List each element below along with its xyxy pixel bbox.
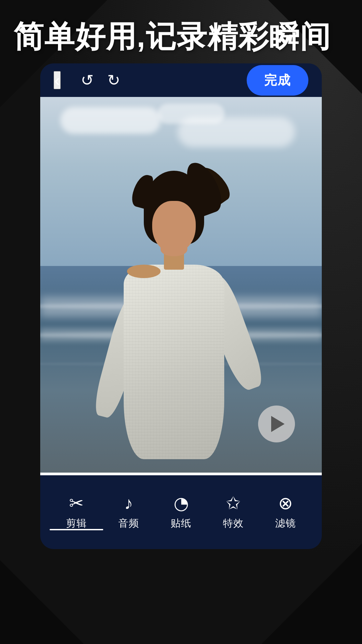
bottom-toolbar: ✂ 剪辑 ♪ 音频 ◔ 贴纸 ✩ 特效 ⊗ 滤镜 <box>40 475 322 549</box>
cloud-1 <box>60 107 161 134</box>
cut-icon: ✂ <box>69 494 84 512</box>
audio-label: 音频 <box>118 517 139 530</box>
redo-button[interactable]: ↻ <box>107 72 120 88</box>
timeline-bar <box>40 473 322 475</box>
tool-filter[interactable]: ⊗ 滤镜 <box>259 494 312 530</box>
knit-dress <box>124 265 224 459</box>
active-indicator <box>50 529 103 530</box>
main-headline: 简单好用,记录精彩瞬间 <box>13 20 349 53</box>
title-section: 简单好用,记录精彩瞬间 <box>0 0 362 63</box>
tool-audio[interactable]: ♪ 音频 <box>103 494 155 530</box>
filter-label: 滤镜 <box>275 517 296 530</box>
hair-wisp-3 <box>130 172 155 209</box>
sticker-icon: ◔ <box>174 494 189 512</box>
tool-sticker[interactable]: ◔ 贴纸 <box>155 494 207 530</box>
tool-cut[interactable]: ✂ 剪辑 <box>50 494 103 530</box>
nav-icons-group: ↺ ↻ <box>81 72 120 88</box>
bottom-spacer <box>0 549 362 576</box>
shoulder-skin <box>127 265 161 278</box>
cut-label: 剪辑 <box>66 517 87 530</box>
video-scene <box>40 97 322 473</box>
nav-left-group: ‹ ↺ ↻ <box>54 71 120 89</box>
back-button[interactable]: ‹ <box>54 71 61 89</box>
app-card: ‹ ↺ ↻ 完成 <box>40 63 322 549</box>
effects-icon: ✩ <box>226 494 241 512</box>
undo-button[interactable]: ↺ <box>81 72 94 88</box>
video-area <box>40 97 322 473</box>
tool-effects[interactable]: ✩ 特效 <box>207 494 259 530</box>
cloud-3 <box>158 104 225 124</box>
play-icon <box>271 416 285 432</box>
play-button[interactable] <box>258 406 295 442</box>
woman-figure <box>104 171 244 473</box>
effects-label: 特效 <box>223 517 244 530</box>
sticker-label: 贴纸 <box>171 517 191 530</box>
done-button[interactable]: 完成 <box>247 65 308 96</box>
nav-bar: ‹ ↺ ↻ 完成 <box>40 63 322 97</box>
face <box>152 201 196 253</box>
audio-icon: ♪ <box>124 494 133 512</box>
filter-icon: ⊗ <box>278 494 293 512</box>
main-container: 简单好用,记录精彩瞬间 ‹ ↺ ↻ 完成 <box>0 0 362 644</box>
body-dress <box>120 265 228 466</box>
